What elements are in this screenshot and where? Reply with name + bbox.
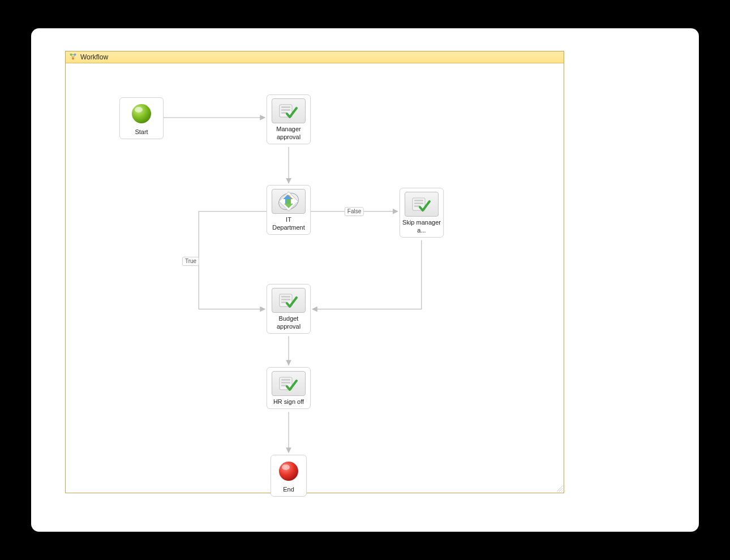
node-skip-manager[interactable]: Skip manager a...	[400, 188, 444, 238]
node-label: Start	[122, 128, 161, 136]
node-label: Budget approval	[269, 315, 308, 331]
node-label: End	[273, 486, 304, 494]
node-end[interactable]: End	[270, 455, 307, 497]
approval-icon	[405, 192, 439, 217]
svg-point-23	[279, 462, 298, 481]
edge-skip-to-budget[interactable]	[312, 240, 422, 309]
node-label: Manager approval	[269, 126, 308, 141]
node-budget-approval[interactable]: Budget approval	[267, 284, 311, 334]
edge-it-to-budget-true[interactable]	[199, 212, 267, 309]
svg-rect-17	[281, 299, 290, 300]
svg-rect-7	[281, 109, 290, 111]
resize-grip-icon[interactable]	[556, 485, 562, 492]
approval-icon	[272, 98, 306, 123]
svg-point-2	[72, 57, 74, 59]
svg-rect-16	[281, 296, 290, 298]
node-hr-signoff[interactable]: HR sign off	[267, 367, 311, 409]
designer-window: Workflow	[31, 28, 699, 532]
panel-title: Workflow	[80, 53, 108, 61]
approval-icon	[272, 371, 306, 396]
svg-rect-13	[414, 203, 423, 204]
edge-label-true[interactable]: True	[182, 257, 199, 266]
end-icon	[276, 459, 301, 484]
node-it-department[interactable]: IT Department	[267, 185, 311, 235]
svg-rect-12	[414, 200, 423, 201]
workflow-icon	[69, 53, 77, 62]
svg-point-4	[135, 107, 143, 113]
panel-header[interactable]: Workflow	[66, 51, 564, 63]
svg-point-24	[282, 464, 290, 470]
node-label: Skip manager a...	[402, 219, 441, 235]
node-start[interactable]: Start	[119, 97, 164, 139]
node-label: IT Department	[269, 216, 308, 232]
svg-point-3	[132, 104, 151, 123]
svg-rect-20	[281, 379, 290, 381]
node-label: HR sign off	[269, 398, 308, 406]
workflow-panel: Workflow	[65, 51, 564, 493]
edge-label-false[interactable]: False	[345, 207, 364, 216]
start-icon	[129, 101, 154, 126]
decision-icon	[272, 189, 306, 214]
workflow-canvas[interactable]: False True Start	[66, 63, 564, 493]
svg-rect-6	[281, 106, 290, 108]
node-manager-approval[interactable]: Manager approval	[267, 94, 311, 144]
svg-rect-21	[281, 382, 290, 384]
approval-icon	[272, 288, 306, 313]
